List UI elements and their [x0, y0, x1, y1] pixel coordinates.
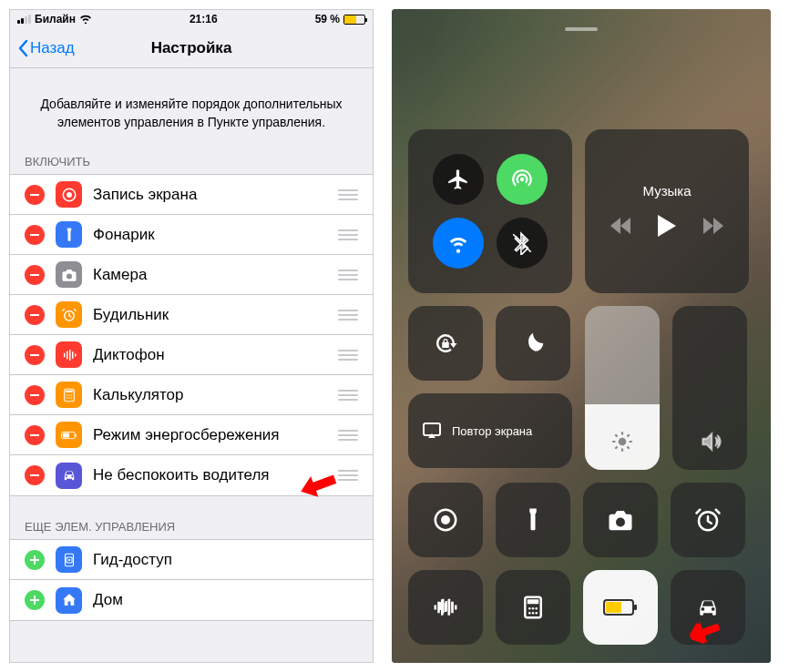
svg-rect-17 [75, 433, 76, 437]
drag-handle[interactable] [338, 270, 358, 280]
row-label: Гид-доступ [93, 551, 358, 569]
svg-point-39 [536, 607, 538, 610]
page-title: Настройка [151, 39, 232, 57]
volume-slider[interactable] [672, 306, 747, 470]
drag-handle[interactable] [338, 390, 358, 401]
drag-handle[interactable] [338, 310, 358, 321]
svg-rect-6 [72, 351, 74, 359]
row-label: Диктофон [93, 346, 338, 364]
alarm-icon [56, 301, 82, 328]
svg-rect-4 [67, 351, 68, 359]
add-button[interactable] [25, 590, 45, 610]
svg-rect-34 [455, 606, 457, 610]
clock: 21:16 [190, 13, 218, 25]
control-row: Будильник [10, 295, 373, 335]
svg-point-1 [67, 192, 72, 198]
next-track-button[interactable] [703, 218, 723, 238]
drag-handle[interactable] [338, 350, 358, 361]
calculator-tile[interactable] [496, 570, 570, 645]
wifi-toggle[interactable] [433, 218, 484, 269]
voice-icon [56, 341, 82, 368]
section-more: ЕЩЕ ЭЛЕМ. УПРАВЛЕНИЯ [10, 514, 373, 539]
svg-point-14 [68, 397, 70, 399]
back-label: Назад [30, 39, 75, 57]
low-power-tile[interactable] [583, 570, 658, 645]
svg-point-22 [67, 559, 69, 561]
carrier-label: Билайн [35, 13, 76, 25]
row-label: Дом [93, 591, 358, 609]
play-button[interactable] [658, 215, 676, 240]
connectivity-tile[interactable] [408, 129, 572, 293]
control-row: Камера [10, 255, 373, 295]
control-row: Не беспокоить водителя [10, 455, 373, 495]
row-label: Запись экрана [93, 186, 338, 204]
svg-point-42 [536, 612, 538, 615]
bluetooth-toggle[interactable] [497, 218, 548, 269]
alarm-tile[interactable] [671, 483, 745, 557]
remove-button[interactable] [25, 385, 45, 405]
section-included: ВКЛЮЧИТЬ [10, 149, 373, 174]
svg-point-12 [70, 394, 72, 396]
brightness-slider[interactable] [585, 306, 660, 470]
car-icon [56, 463, 82, 489]
svg-point-11 [68, 394, 70, 396]
screen-mirror-label: Повтор экрана [452, 424, 532, 438]
remove-button[interactable] [25, 465, 45, 485]
home-icon [56, 587, 82, 614]
control-row: Режим энергосбережения [10, 415, 373, 455]
remove-button[interactable] [25, 225, 45, 245]
drag-handle[interactable] [338, 430, 358, 441]
control-row: Диктофон [10, 335, 373, 375]
row-label: Фонарик [93, 226, 338, 244]
svg-rect-9 [66, 390, 73, 392]
svg-rect-7 [75, 353, 77, 356]
control-row: Гид-доступ [10, 540, 373, 580]
battery-pct: 59 % [315, 13, 340, 25]
row-label: Камера [93, 266, 338, 284]
svg-rect-18 [62, 433, 68, 437]
svg-rect-33 [451, 602, 454, 614]
settings-screen: Билайн 21:16 59 % Назад Настройка Добавл… [9, 9, 374, 663]
dnd-tile[interactable] [496, 306, 570, 381]
more-list: Гид-доступДом [10, 539, 373, 621]
back-button[interactable]: Назад [17, 39, 75, 57]
music-tile[interactable]: Музыка [585, 129, 749, 293]
control-row: Фонарик [10, 215, 373, 255]
screen-mirror-tile[interactable]: Повтор экрана [408, 393, 572, 468]
control-row: Калькулятор [10, 375, 373, 415]
add-button[interactable] [25, 550, 45, 570]
grabber-icon[interactable] [565, 27, 598, 31]
prev-track-button[interactable] [610, 218, 630, 238]
flashlight-icon [56, 221, 82, 248]
svg-point-38 [532, 607, 535, 610]
control-row: Запись экрана [10, 175, 373, 215]
nav-bar: Назад Настройка [10, 28, 373, 68]
drag-handle[interactable] [338, 189, 358, 200]
svg-rect-36 [528, 599, 539, 604]
airplane-toggle[interactable] [433, 154, 484, 205]
drag-handle[interactable] [338, 470, 358, 481]
voice-memo-tile[interactable] [408, 570, 483, 645]
camera-tile[interactable] [583, 483, 658, 557]
brightness-icon [610, 430, 634, 457]
screen-record-tile[interactable] [408, 483, 483, 557]
drag-handle[interactable] [338, 229, 358, 240]
remove-button[interactable] [25, 185, 45, 205]
remove-button[interactable] [25, 265, 45, 285]
remove-button[interactable] [25, 345, 45, 365]
cellular-toggle[interactable] [497, 154, 548, 205]
rotation-lock-tile[interactable] [408, 306, 483, 381]
driving-dnd-tile[interactable] [671, 570, 745, 645]
svg-rect-5 [69, 350, 71, 361]
included-list: Запись экранаФонарикКамераБудильникДикто… [10, 174, 373, 496]
svg-rect-30 [441, 599, 444, 616]
svg-point-10 [67, 394, 68, 396]
remove-button[interactable] [25, 305, 45, 325]
music-label: Музыка [642, 183, 691, 199]
svg-point-15 [70, 397, 72, 399]
camera-icon [56, 261, 82, 288]
svg-rect-32 [448, 599, 451, 616]
remove-button[interactable] [25, 425, 45, 445]
row-label: Не беспокоить водителя [93, 466, 338, 484]
flashlight-tile[interactable] [496, 483, 570, 557]
